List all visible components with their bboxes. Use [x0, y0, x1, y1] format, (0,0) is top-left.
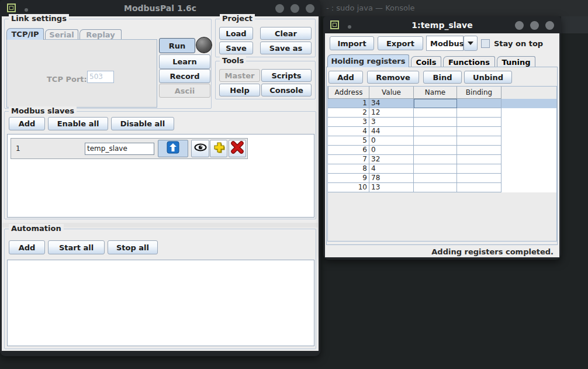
import-button[interactable]: Import [330, 36, 374, 50]
slave-view-button[interactable] [191, 140, 209, 157]
close-button[interactable] [545, 21, 554, 30]
register-add-button[interactable]: Add [328, 71, 363, 84]
register-row[interactable]: 732 [328, 155, 556, 164]
register-cell-address[interactable]: 8 [328, 164, 369, 174]
register-row[interactable]: 50 [328, 136, 556, 146]
clear-button[interactable]: Clear [260, 27, 312, 40]
minimize-button[interactable] [275, 4, 284, 13]
register-cell-binding[interactable] [457, 183, 501, 192]
stop-all-button[interactable]: Stop all [108, 240, 158, 254]
register-row[interactable]: 444 [328, 127, 556, 136]
register-row[interactable]: 33 [328, 118, 556, 127]
register-cell-value[interactable]: 13 [369, 183, 414, 192]
help-button[interactable]: Help [219, 84, 260, 96]
tab-serial[interactable]: Serial [45, 29, 78, 40]
register-cell-address[interactable]: 6 [328, 146, 369, 155]
automation-add-button[interactable]: Add [9, 240, 45, 254]
console-button[interactable]: Console [261, 84, 312, 96]
register-cell-binding[interactable] [457, 174, 501, 183]
enable-all-button[interactable]: Enable all [48, 117, 108, 130]
disable-all-button[interactable]: Disable all [111, 117, 174, 130]
register-cell-name[interactable] [414, 108, 457, 118]
register-cell-name[interactable] [414, 136, 457, 146]
slave-row[interactable]: 1 temp_slave [11, 138, 248, 159]
scripts-button[interactable]: Scripts [261, 69, 312, 82]
register-row[interactable]: 60 [328, 146, 556, 155]
register-cell-address[interactable]: 5 [328, 136, 369, 146]
temp-slave-titlebar[interactable]: 1:temp_slave [323, 16, 561, 33]
register-cell-value[interactable]: 3 [369, 118, 414, 127]
column-header-address[interactable]: Address [328, 87, 369, 99]
tab-tcpip[interactable]: TCP/IP [6, 28, 44, 40]
minimize-button[interactable] [515, 21, 524, 30]
column-header-name[interactable]: Name [414, 87, 457, 99]
register-bind-button[interactable]: Bind [423, 71, 462, 84]
stay-on-top-checkbox[interactable] [481, 39, 490, 48]
register-cell-binding[interactable] [457, 99, 501, 108]
column-header-value[interactable]: Value [369, 87, 414, 99]
register-row[interactable]: 134 [328, 99, 556, 108]
register-remove-button[interactable]: Remove [367, 71, 419, 84]
slave-delete-button[interactable] [229, 140, 246, 157]
tab-replay[interactable]: Replay [79, 29, 122, 40]
register-cell-address[interactable]: 3 [328, 118, 369, 127]
learn-button[interactable]: Learn [159, 54, 210, 69]
run-button[interactable]: Run [159, 38, 195, 53]
column-header-binding[interactable]: Binding [457, 87, 501, 99]
register-cell-name[interactable] [414, 155, 457, 164]
register-cell-value[interactable]: 4 [369, 164, 414, 174]
register-cell-name[interactable] [414, 127, 457, 136]
register-row[interactable]: 978 [328, 174, 556, 183]
registers-scrollpane[interactable]: Address Value Name Binding 1342123344450… [327, 86, 557, 242]
register-cell-value[interactable]: 34 [369, 99, 414, 108]
export-button[interactable]: Export [378, 36, 423, 50]
register-cell-binding[interactable] [457, 164, 501, 174]
register-cell-address[interactable]: 4 [328, 127, 369, 136]
register-cell-address[interactable]: 9 [328, 174, 369, 183]
record-button[interactable]: Record [159, 69, 210, 83]
register-cell-name[interactable] [414, 183, 457, 192]
register-cell-name[interactable] [414, 164, 457, 174]
save-button[interactable]: Save [219, 42, 253, 54]
register-row[interactable]: 1013 [328, 183, 556, 192]
save-as-button[interactable]: Save as [260, 42, 312, 54]
maximize-button[interactable] [290, 4, 299, 13]
register-cell-binding[interactable] [457, 136, 501, 146]
register-cell-value[interactable]: 78 [369, 174, 414, 183]
combo-dropdown-button[interactable] [464, 36, 478, 51]
tcp-port-input[interactable]: 503 [87, 71, 114, 83]
register-cell-address[interactable]: 1 [328, 99, 369, 108]
slaves-add-button[interactable]: Add [9, 117, 45, 130]
register-cell-binding[interactable] [457, 127, 501, 136]
register-cell-value[interactable]: 44 [369, 127, 414, 136]
register-cell-value[interactable]: 12 [369, 108, 414, 118]
slave-add-register-button[interactable] [210, 140, 227, 157]
start-all-button[interactable]: Start all [48, 240, 105, 254]
register-cell-address[interactable]: 10 [328, 183, 369, 192]
register-cell-binding[interactable] [457, 146, 501, 155]
load-button[interactable]: Load [219, 27, 253, 40]
tab-coils[interactable]: Coils [411, 56, 441, 67]
binding-type-combo[interactable]: Modbus [426, 36, 464, 51]
register-row[interactable]: 212 [328, 108, 556, 118]
register-cell-binding[interactable] [457, 155, 501, 164]
maximize-button[interactable] [530, 21, 539, 30]
slave-enable-toggle-button[interactable] [158, 140, 188, 157]
register-cell-address[interactable]: 7 [328, 155, 369, 164]
close-button[interactable] [306, 4, 314, 13]
register-cell-name[interactable] [414, 146, 457, 155]
register-cell-value[interactable]: 0 [369, 146, 414, 155]
register-cell-value[interactable]: 0 [369, 136, 414, 146]
slave-name-input[interactable]: temp_slave [85, 143, 154, 155]
register-cell-name[interactable] [414, 99, 457, 108]
register-row[interactable]: 84 [328, 164, 556, 174]
tab-tuning[interactable]: Tuning [497, 56, 535, 67]
register-unbind-button[interactable]: Unbind [464, 71, 512, 84]
register-cell-address[interactable]: 2 [328, 108, 369, 118]
register-cell-name[interactable] [414, 118, 457, 127]
register-cell-binding[interactable] [457, 108, 501, 118]
tab-functions[interactable]: Functions [443, 56, 495, 67]
tab-holding-registers[interactable]: Holding registers [327, 54, 409, 67]
register-cell-name[interactable] [414, 174, 457, 183]
register-cell-binding[interactable] [457, 118, 501, 127]
